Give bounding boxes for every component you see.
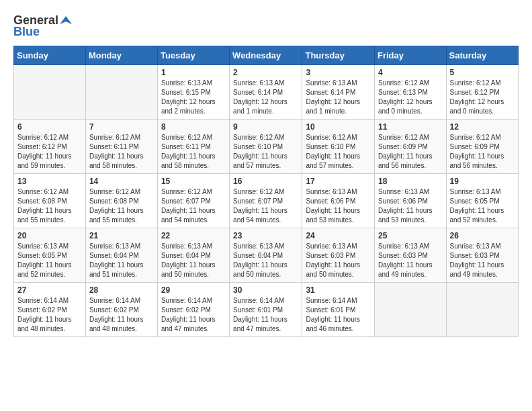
day-number: 14 — [89, 177, 154, 186]
day-info: Sunrise: 6:12 AMSunset: 6:12 PMDaylight:… — [17, 133, 82, 171]
calendar-week-row: 6Sunrise: 6:12 AMSunset: 6:12 PMDaylight… — [14, 120, 519, 174]
day-number: 22 — [161, 231, 226, 240]
day-info: Sunrise: 6:12 AMSunset: 6:08 PMDaylight:… — [17, 187, 82, 225]
calendar-week-row: 27Sunrise: 6:14 AMSunset: 6:02 PMDayligh… — [14, 283, 519, 337]
day-number: 5 — [450, 68, 515, 77]
calendar-cell: 11Sunrise: 6:12 AMSunset: 6:09 PMDayligh… — [375, 120, 447, 174]
weekday-header-wednesday: Wednesday — [230, 46, 302, 65]
calendar-cell: 31Sunrise: 6:14 AMSunset: 6:01 PMDayligh… — [302, 283, 375, 337]
calendar-cell: 25Sunrise: 6:13 AMSunset: 6:03 PMDayligh… — [375, 228, 447, 283]
day-number: 30 — [233, 285, 298, 295]
day-number: 9 — [233, 122, 298, 132]
calendar-week-row: 20Sunrise: 6:13 AMSunset: 6:05 PMDayligh… — [14, 228, 519, 283]
weekday-header-tuesday: Tuesday — [157, 46, 229, 65]
day-info: Sunrise: 6:14 AMSunset: 6:02 PMDaylight:… — [161, 296, 226, 334]
day-number: 16 — [233, 177, 298, 186]
day-number: 6 — [17, 122, 82, 132]
day-number: 12 — [450, 122, 515, 132]
day-number: 3 — [306, 68, 371, 77]
day-info: Sunrise: 6:13 AMSunset: 6:04 PMDaylight:… — [161, 242, 226, 279]
day-info: Sunrise: 6:13 AMSunset: 6:14 PMDaylight:… — [306, 79, 371, 116]
calendar-cell: 12Sunrise: 6:12 AMSunset: 6:09 PMDayligh… — [446, 120, 518, 174]
calendar-cell: 13Sunrise: 6:12 AMSunset: 6:08 PMDayligh… — [14, 174, 86, 228]
day-number: 31 — [306, 285, 371, 295]
calendar-cell: 19Sunrise: 6:13 AMSunset: 6:05 PMDayligh… — [446, 174, 518, 228]
day-number: 27 — [17, 285, 82, 295]
day-info: Sunrise: 6:13 AMSunset: 6:14 PMDaylight:… — [233, 79, 298, 116]
day-number: 24 — [306, 231, 371, 240]
day-number: 7 — [89, 122, 154, 132]
day-info: Sunrise: 6:12 AMSunset: 6:08 PMDaylight:… — [89, 187, 154, 225]
day-info: Sunrise: 6:12 AMSunset: 6:07 PMDaylight:… — [161, 187, 226, 225]
day-info: Sunrise: 6:13 AMSunset: 6:06 PMDaylight:… — [306, 187, 371, 225]
day-info: Sunrise: 6:12 AMSunset: 6:10 PMDaylight:… — [233, 133, 298, 171]
calendar-cell: 8Sunrise: 6:12 AMSunset: 6:11 PMDaylight… — [157, 120, 229, 174]
day-number: 20 — [17, 231, 82, 240]
calendar-cell — [375, 283, 447, 337]
calendar-cell: 27Sunrise: 6:14 AMSunset: 6:02 PMDayligh… — [14, 283, 86, 337]
calendar-cell: 22Sunrise: 6:13 AMSunset: 6:04 PMDayligh… — [157, 228, 229, 283]
calendar-week-row: 1Sunrise: 6:13 AMSunset: 6:15 PMDaylight… — [14, 65, 519, 120]
logo-blue-text: Blue — [13, 25, 40, 39]
day-number: 28 — [89, 285, 154, 295]
day-number: 13 — [17, 177, 82, 186]
calendar-cell: 4Sunrise: 6:12 AMSunset: 6:13 PMDaylight… — [375, 65, 447, 120]
day-info: Sunrise: 6:14 AMSunset: 6:02 PMDaylight:… — [17, 296, 82, 334]
day-info: Sunrise: 6:12 AMSunset: 6:13 PMDaylight:… — [378, 79, 443, 116]
day-info: Sunrise: 6:14 AMSunset: 6:02 PMDaylight:… — [89, 296, 154, 334]
day-number: 8 — [161, 122, 226, 132]
calendar-cell: 7Sunrise: 6:12 AMSunset: 6:11 PMDaylight… — [85, 120, 157, 174]
calendar-cell: 30Sunrise: 6:14 AMSunset: 6:01 PMDayligh… — [230, 283, 302, 337]
calendar-cell: 29Sunrise: 6:14 AMSunset: 6:02 PMDayligh… — [157, 283, 229, 337]
day-info: Sunrise: 6:12 AMSunset: 6:07 PMDaylight:… — [233, 187, 298, 225]
day-info: Sunrise: 6:12 AMSunset: 6:10 PMDaylight:… — [306, 133, 371, 171]
day-number: 4 — [378, 68, 443, 77]
day-info: Sunrise: 6:13 AMSunset: 6:05 PMDaylight:… — [450, 187, 515, 225]
day-info: Sunrise: 6:12 AMSunset: 6:11 PMDaylight:… — [89, 133, 154, 171]
calendar-cell: 18Sunrise: 6:13 AMSunset: 6:06 PMDayligh… — [375, 174, 447, 228]
calendar-week-row: 13Sunrise: 6:12 AMSunset: 6:08 PMDayligh… — [14, 174, 519, 228]
svg-marker-0 — [60, 16, 72, 24]
day-info: Sunrise: 6:12 AMSunset: 6:09 PMDaylight:… — [378, 133, 443, 171]
calendar-cell: 15Sunrise: 6:12 AMSunset: 6:07 PMDayligh… — [157, 174, 229, 228]
day-info: Sunrise: 6:12 AMSunset: 6:12 PMDaylight:… — [450, 79, 515, 116]
calendar-cell: 23Sunrise: 6:13 AMSunset: 6:04 PMDayligh… — [230, 228, 302, 283]
day-info: Sunrise: 6:13 AMSunset: 6:04 PMDaylight:… — [233, 242, 298, 279]
day-number: 25 — [378, 231, 443, 240]
day-info: Sunrise: 6:13 AMSunset: 6:15 PMDaylight:… — [161, 79, 226, 116]
day-number: 23 — [233, 231, 298, 240]
calendar-cell: 20Sunrise: 6:13 AMSunset: 6:05 PMDayligh… — [14, 228, 86, 283]
logo: General Blue — [13, 13, 72, 39]
weekday-header-thursday: Thursday — [302, 46, 375, 65]
day-info: Sunrise: 6:13 AMSunset: 6:03 PMDaylight:… — [378, 242, 443, 279]
day-number: 17 — [306, 177, 371, 186]
calendar-cell: 9Sunrise: 6:12 AMSunset: 6:10 PMDaylight… — [230, 120, 302, 174]
day-number: 2 — [233, 68, 298, 77]
day-number: 29 — [161, 285, 226, 295]
calendar-cell: 2Sunrise: 6:13 AMSunset: 6:14 PMDaylight… — [230, 65, 302, 120]
day-number: 19 — [450, 177, 515, 186]
day-number: 21 — [89, 231, 154, 240]
calendar-cell — [446, 283, 518, 337]
calendar-cell: 10Sunrise: 6:12 AMSunset: 6:10 PMDayligh… — [302, 120, 375, 174]
day-info: Sunrise: 6:12 AMSunset: 6:11 PMDaylight:… — [161, 133, 226, 171]
calendar-cell: 28Sunrise: 6:14 AMSunset: 6:02 PMDayligh… — [85, 283, 157, 337]
calendar-cell: 14Sunrise: 6:12 AMSunset: 6:08 PMDayligh… — [85, 174, 157, 228]
weekday-header-monday: Monday — [85, 46, 157, 65]
day-info: Sunrise: 6:14 AMSunset: 6:01 PMDaylight:… — [306, 296, 371, 334]
weekday-header-saturday: Saturday — [446, 46, 518, 65]
calendar-cell: 1Sunrise: 6:13 AMSunset: 6:15 PMDaylight… — [157, 65, 229, 120]
calendar-cell: 3Sunrise: 6:13 AMSunset: 6:14 PMDaylight… — [302, 65, 375, 120]
calendar-cell — [85, 65, 157, 120]
day-info: Sunrise: 6:13 AMSunset: 6:06 PMDaylight:… — [378, 187, 443, 225]
day-number: 10 — [306, 122, 371, 132]
day-info: Sunrise: 6:13 AMSunset: 6:04 PMDaylight:… — [89, 242, 154, 279]
weekday-header-sunday: Sunday — [14, 46, 86, 65]
calendar-cell: 26Sunrise: 6:13 AMSunset: 6:03 PMDayligh… — [446, 228, 518, 283]
day-info: Sunrise: 6:14 AMSunset: 6:01 PMDaylight:… — [233, 296, 298, 334]
logo-bird-icon — [60, 15, 72, 27]
calendar-cell: 16Sunrise: 6:12 AMSunset: 6:07 PMDayligh… — [230, 174, 302, 228]
calendar-cell: 5Sunrise: 6:12 AMSunset: 6:12 PMDaylight… — [446, 65, 518, 120]
day-info: Sunrise: 6:12 AMSunset: 6:09 PMDaylight:… — [450, 133, 515, 171]
day-number: 26 — [450, 231, 515, 240]
